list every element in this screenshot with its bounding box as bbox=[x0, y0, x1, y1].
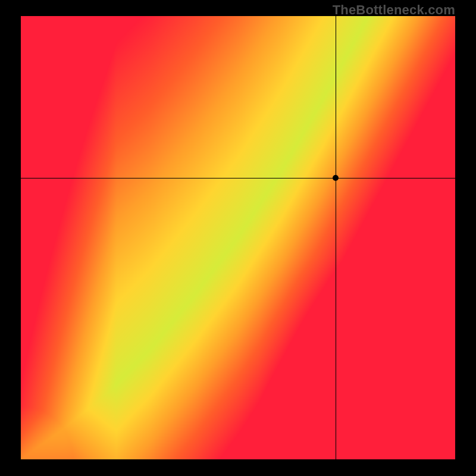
heatmap-canvas bbox=[21, 16, 455, 459]
chart-frame: TheBottleneck.com bbox=[0, 0, 476, 476]
crosshair-horizontal bbox=[21, 178, 455, 178]
crosshair-vertical bbox=[336, 16, 336, 459]
data-point-marker bbox=[333, 175, 339, 181]
heatmap-plot bbox=[21, 16, 455, 459]
